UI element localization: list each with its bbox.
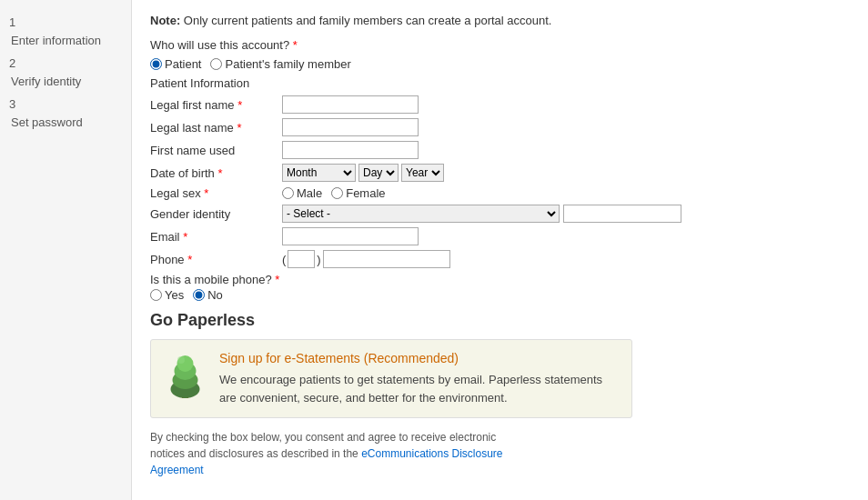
account-type-patient[interactable]: Patient: [150, 57, 201, 71]
first-used-label: First name used: [150, 144, 282, 157]
email-input[interactable]: [282, 227, 419, 245]
mobile-no[interactable]: No: [193, 288, 223, 302]
dob-label: Date of birth *: [150, 166, 282, 180]
phone-label: Phone *: [150, 253, 282, 266]
first-used-input[interactable]: [282, 141, 419, 159]
phone-number-input[interactable]: [323, 250, 450, 268]
account-type-family-label: Patient's family member: [225, 57, 350, 71]
main-content: Note: Only current patients and family m…: [132, 0, 868, 500]
step-1-label: Enter information: [9, 32, 122, 50]
legal-sex-label: Legal sex *: [150, 186, 282, 200]
mobile-yes[interactable]: Yes: [150, 288, 184, 302]
mobile-no-radio[interactable]: [193, 289, 205, 301]
dob-row: Date of birth * Month JanuaryFebruaryMar…: [150, 164, 850, 182]
legal-last-input[interactable]: [282, 118, 419, 136]
email-label: Email *: [150, 230, 282, 244]
legal-last-label: Legal last name *: [150, 121, 282, 135]
note-text: Note: Only current patients and family m…: [150, 14, 850, 27]
paperless-recommended: (Recommended): [364, 351, 459, 365]
legal-sex-row: Legal sex * Male Female: [150, 186, 850, 200]
step-2: 2 Verify identity: [9, 55, 122, 90]
phone-row: Phone * ( ): [150, 250, 850, 268]
note-body: Only current patients and family members…: [184, 14, 552, 27]
mobile-no-label: No: [207, 288, 223, 302]
legal-sex-male-label: Male: [297, 186, 322, 200]
phone-area-code[interactable]: [288, 250, 315, 268]
email-row: Email *: [150, 227, 850, 245]
dob-year-select[interactable]: Year: [401, 164, 444, 182]
dob-day-select[interactable]: Day 1234 5678 9101112 13141516 17181920 …: [358, 164, 399, 182]
legal-first-label: Legal first name *: [150, 98, 282, 112]
tree-svg: [165, 351, 206, 401]
mobile-question-label: Is this a mobile phone? *: [150, 273, 279, 286]
mobile-options: Yes No: [150, 288, 850, 302]
step-2-number: 2: [9, 55, 122, 73]
sidebar: 1 Enter information 2 Verify identity 3 …: [0, 0, 132, 500]
note-prefix: Note:: [150, 14, 184, 27]
legal-first-input[interactable]: [282, 95, 419, 114]
step-1-number: 1: [9, 14, 122, 32]
legal-sex-female[interactable]: Female: [331, 186, 385, 200]
patient-info-header: Patient Information: [150, 76, 850, 90]
gender-identity-label: Gender identity: [150, 207, 282, 221]
account-type-patient-radio[interactable]: [150, 58, 162, 70]
paperless-body: We encourage patients to get statements …: [219, 371, 618, 406]
legal-sex-female-radio[interactable]: [331, 187, 343, 199]
account-type-family-radio[interactable]: [210, 58, 222, 70]
svg-point-5: [177, 356, 185, 364]
step-1: 1 Enter information: [9, 14, 122, 49]
legal-sex-male[interactable]: Male: [282, 186, 322, 200]
account-type-patient-label: Patient: [165, 57, 201, 71]
account-question-label: Who will use this account? *: [150, 38, 850, 52]
step-2-label: Verify identity: [9, 73, 122, 91]
first-used-row: First name used: [150, 141, 850, 159]
gender-identity-row: Gender identity - Select - Male Female N…: [150, 205, 850, 223]
gender-identity-select[interactable]: - Select - Male Female Non-binary Prefer…: [282, 205, 560, 223]
legal-sex-male-radio[interactable]: [282, 187, 294, 199]
legal-first-row: Legal first name *: [150, 95, 850, 114]
mobile-row: Is this a mobile phone? * Yes No: [150, 273, 850, 302]
step-3-number: 3: [9, 95, 122, 114]
account-type-family[interactable]: Patient's family member: [210, 57, 350, 71]
mobile-yes-label: Yes: [165, 288, 184, 302]
paperless-content: Sign up for e-Statements (Recommended) W…: [219, 351, 618, 406]
legal-last-row: Legal last name *: [150, 118, 850, 136]
consent-text: By checking the box below, you consent a…: [150, 429, 532, 478]
phone-prefix: (: [282, 253, 286, 266]
gender-identity-other-input[interactable]: [563, 205, 681, 223]
phone-sep1: ): [317, 253, 320, 266]
mobile-yes-radio[interactable]: [150, 289, 162, 301]
phone-input-group: ( ): [282, 250, 450, 268]
dob-selects: Month JanuaryFebruaryMarch AprilMayJune …: [282, 164, 444, 182]
step-3-label: Set password: [9, 114, 122, 132]
legal-sex-options: Male Female: [282, 186, 386, 200]
legal-sex-female-label: Female: [346, 186, 385, 200]
paperless-signup-heading: Sign up for e-Statements (Recommended): [219, 351, 618, 365]
tree-icon: [165, 351, 206, 401]
step-3: 3 Set password: [9, 95, 122, 131]
dob-month-select[interactable]: Month JanuaryFebruaryMarch AprilMayJune …: [282, 164, 356, 182]
paperless-box: Sign up for e-Statements (Recommended) W…: [150, 339, 632, 418]
account-type-group: Patient Patient's family member: [150, 57, 850, 71]
go-paperless-heading: Go Paperless: [150, 311, 850, 330]
